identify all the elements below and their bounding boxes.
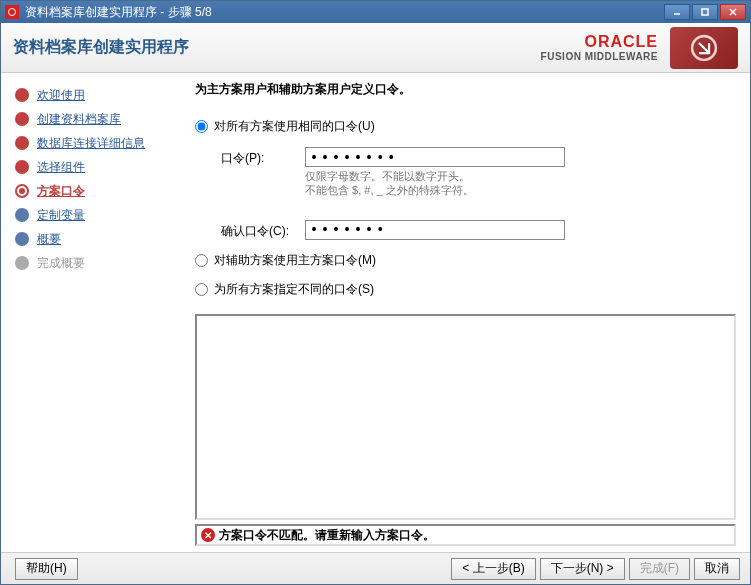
footer-button-bar: 帮助(H) < 上一步(B) 下一步(N) > 完成(F) 取消 — [1, 552, 750, 584]
password-hint: 仅限字母数字。不能以数字开头。 不能包含 $, #, _ 之外的特殊字符。 — [305, 169, 736, 198]
help-label: 帮助(H) — [26, 560, 67, 577]
step-create-repo[interactable]: 创建资料档案库 — [15, 107, 187, 131]
step-done-icon — [15, 88, 29, 102]
step-current-icon — [15, 184, 29, 198]
back-label: < 上一步(B) — [462, 560, 524, 577]
radio-aux-label[interactable]: 对辅助方案使用主方案口令(M) — [214, 252, 376, 269]
finish-button: 完成(F) — [629, 558, 690, 580]
step-summary[interactable]: 概要 — [15, 227, 187, 251]
cancel-button[interactable]: 取消 — [694, 558, 740, 580]
step-label: 完成概要 — [37, 255, 85, 272]
close-icon — [728, 7, 738, 17]
radio-same-text: 对所有方案使用相同的口令(U) — [214, 119, 375, 133]
step-done-icon — [15, 112, 29, 126]
brand-text: ORACLE FUSION MIDDLEWARE — [541, 33, 658, 62]
hint-line2: 不能包含 $, #, _ 之外的特殊字符。 — [305, 183, 736, 197]
password-label: 口令(P): — [221, 147, 305, 167]
step-label: 方案口令 — [37, 183, 85, 200]
radio-aux-password-row: 对辅助方案使用主方案口令(M) — [195, 252, 736, 269]
cancel-label: 取消 — [705, 560, 729, 577]
error-text: 方案口令不匹配。请重新输入方案口令。 — [219, 527, 435, 544]
step-label: 数据库连接详细信息 — [37, 135, 145, 152]
window-title: 资料档案库创建实用程序 - 步骤 5/8 — [25, 4, 664, 21]
minimize-button[interactable] — [664, 4, 690, 20]
radio-diff-password-row: 为所有方案指定不同的口令(S) — [195, 281, 736, 298]
step-db-connect[interactable]: 数据库连接详细信息 — [15, 131, 187, 155]
wizard-steps-sidebar: 欢迎使用 创建资料档案库 数据库连接详细信息 选择组件 方案口令 定制变量 — [1, 73, 187, 552]
step-pending-icon — [15, 232, 29, 246]
radio-aux-text: 对辅助方案使用主方案口令(M) — [214, 253, 376, 267]
step-done-icon — [15, 136, 29, 150]
step-label: 欢迎使用 — [37, 87, 85, 104]
maximize-icon — [700, 7, 710, 17]
error-icon: ✕ — [201, 528, 215, 542]
step-custom-vars[interactable]: 定制变量 — [15, 203, 187, 227]
step-pending-icon — [15, 208, 29, 222]
step-label: 概要 — [37, 231, 61, 248]
back-button[interactable]: < 上一步(B) — [451, 558, 535, 580]
step-schema-password[interactable]: 方案口令 — [15, 179, 187, 203]
confirm-row: 确认口令(C): — [221, 220, 736, 240]
brand-logo-icon — [670, 27, 738, 69]
radio-same-password-row: 对所有方案使用相同的口令(U) — [195, 118, 736, 135]
next-label: 下一步(N) > — [551, 560, 614, 577]
radio-same-label[interactable]: 对所有方案使用相同的口令(U) — [214, 118, 375, 135]
step-complete: 完成概要 — [15, 251, 187, 275]
instruction-text: 为主方案用户和辅助方案用户定义口令。 — [195, 81, 736, 98]
step-select-components[interactable]: 选择组件 — [15, 155, 187, 179]
radio-aux-password[interactable] — [195, 254, 208, 267]
password-input[interactable] — [305, 147, 565, 167]
password-row: 口令(P): 仅限字母数字。不能以数字开头。 不能包含 $, #, _ 之外的特… — [221, 147, 736, 198]
brand-fusion: FUSION MIDDLEWARE — [541, 51, 658, 62]
step-label: 选择组件 — [37, 159, 85, 176]
window-controls — [664, 4, 746, 20]
title-bar: 资料档案库创建实用程序 - 步骤 5/8 — [1, 1, 750, 23]
step-done-icon — [15, 160, 29, 174]
confirm-label: 确认口令(C): — [221, 220, 305, 240]
confirm-password-input[interactable] — [305, 220, 565, 240]
radio-diff-text: 为所有方案指定不同的口令(S) — [214, 282, 374, 296]
step-label: 创建资料档案库 — [37, 111, 121, 128]
step-welcome[interactable]: 欢迎使用 — [15, 83, 187, 107]
radio-diff-label[interactable]: 为所有方案指定不同的口令(S) — [214, 281, 374, 298]
finish-label: 完成(F) — [640, 560, 679, 577]
app-window: 资料档案库创建实用程序 - 步骤 5/8 资料档案库创建实用程序 ORACLE … — [0, 0, 751, 585]
help-button[interactable]: 帮助(H) — [15, 558, 78, 580]
body: 欢迎使用 创建资料档案库 数据库连接详细信息 选择组件 方案口令 定制变量 — [1, 73, 750, 552]
message-box — [195, 314, 736, 520]
maximize-button[interactable] — [692, 4, 718, 20]
minimize-icon — [672, 7, 682, 17]
password-col: 仅限字母数字。不能以数字开头。 不能包含 $, #, _ 之外的特殊字符。 — [305, 147, 736, 198]
brand-area: ORACLE FUSION MIDDLEWARE — [541, 27, 738, 69]
content-panel: 为主方案用户和辅助方案用户定义口令。 对所有方案使用相同的口令(U) 口令(P)… — [187, 73, 750, 552]
next-button[interactable]: 下一步(N) > — [540, 558, 625, 580]
radio-diff-password[interactable] — [195, 283, 208, 296]
page-title: 资料档案库创建实用程序 — [13, 37, 189, 58]
hint-line1: 仅限字母数字。不能以数字开头。 — [305, 169, 736, 183]
app-icon — [5, 5, 19, 19]
close-button[interactable] — [720, 4, 746, 20]
error-bar: ✕ 方案口令不匹配。请重新输入方案口令。 — [195, 524, 736, 546]
step-disabled-icon — [15, 256, 29, 270]
confirm-col — [305, 220, 736, 240]
svg-rect-1 — [702, 9, 708, 15]
header: 资料档案库创建实用程序 ORACLE FUSION MIDDLEWARE — [1, 23, 750, 73]
step-label: 定制变量 — [37, 207, 85, 224]
radio-same-password[interactable] — [195, 120, 208, 133]
brand-oracle: ORACLE — [541, 33, 658, 51]
